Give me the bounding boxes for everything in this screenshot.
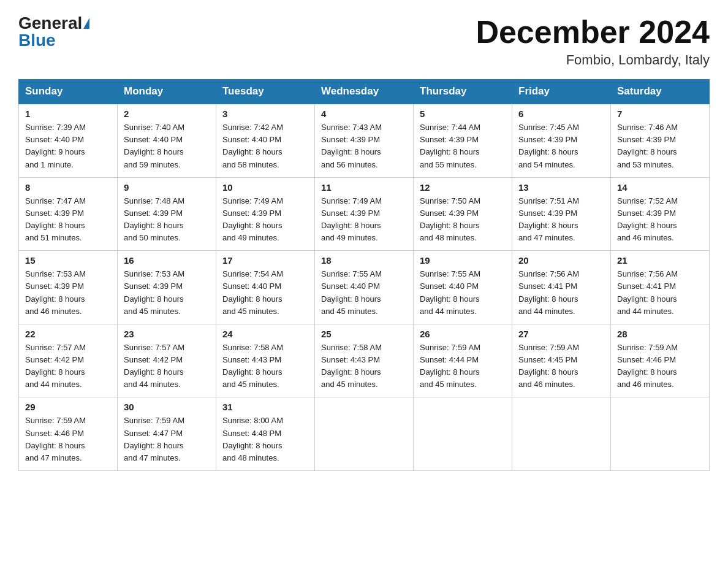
- day-number: 1: [25, 109, 111, 119]
- day-info: Sunrise: 7:58 AMSunset: 4:43 PMDaylight:…: [222, 342, 308, 391]
- calendar-cell: 13 Sunrise: 7:51 AMSunset: 4:39 PMDaylig…: [512, 177, 611, 251]
- day-info: Sunrise: 7:57 AMSunset: 4:42 PMDaylight:…: [25, 342, 111, 391]
- calendar-cell: [414, 397, 512, 471]
- calendar-cell: 5 Sunrise: 7:44 AMSunset: 4:39 PMDayligh…: [414, 104, 512, 177]
- calendar-week-row: 1 Sunrise: 7:39 AMSunset: 4:40 PMDayligh…: [19, 104, 710, 177]
- calendar-cell: 30 Sunrise: 7:59 AMSunset: 4:47 PMDaylig…: [118, 397, 216, 471]
- title-month: December 2024: [476, 15, 710, 50]
- day-number: 8: [25, 182, 111, 193]
- day-info: Sunrise: 7:59 AMSunset: 4:46 PMDaylight:…: [617, 342, 703, 391]
- day-info: Sunrise: 7:39 AMSunset: 4:40 PMDaylight:…: [25, 121, 111, 171]
- day-info: Sunrise: 7:49 AMSunset: 4:39 PMDaylight:…: [222, 195, 308, 245]
- calendar-cell: 1 Sunrise: 7:39 AMSunset: 4:40 PMDayligh…: [19, 104, 118, 177]
- day-number: 12: [420, 182, 506, 193]
- day-number: 7: [617, 109, 703, 119]
- calendar-cell: 24 Sunrise: 7:58 AMSunset: 4:43 PMDaylig…: [216, 324, 315, 397]
- day-number: 27: [518, 329, 604, 339]
- calendar-cell: [611, 397, 710, 471]
- day-info: Sunrise: 7:55 AMSunset: 4:40 PMDaylight:…: [420, 268, 506, 318]
- day-info: Sunrise: 7:43 AMSunset: 4:39 PMDaylight:…: [321, 121, 407, 171]
- logo-triangle-icon: [83, 18, 89, 29]
- day-number: 18: [321, 255, 407, 266]
- calendar-cell: 11 Sunrise: 7:49 AMSunset: 4:39 PMDaylig…: [315, 177, 414, 251]
- calendar-cell: 29 Sunrise: 7:59 AMSunset: 4:46 PMDaylig…: [19, 397, 118, 471]
- calendar-cell: 22 Sunrise: 7:57 AMSunset: 4:42 PMDaylig…: [19, 324, 118, 397]
- day-info: Sunrise: 7:59 AMSunset: 4:45 PMDaylight:…: [518, 342, 604, 391]
- day-info: Sunrise: 7:53 AMSunset: 4:39 PMDaylight:…: [25, 268, 111, 318]
- day-number: 29: [25, 402, 111, 412]
- day-number: 4: [321, 109, 407, 119]
- day-info: Sunrise: 7:52 AMSunset: 4:39 PMDaylight:…: [617, 195, 703, 245]
- col-sunday: Sunday: [19, 80, 118, 104]
- day-number: 2: [124, 109, 210, 119]
- day-number: 21: [617, 255, 703, 266]
- title-block: December 2024 Fombio, Lombardy, Italy: [476, 15, 710, 68]
- calendar-cell: 9 Sunrise: 7:48 AMSunset: 4:39 PMDayligh…: [118, 177, 216, 251]
- day-number: 26: [420, 329, 506, 339]
- day-info: Sunrise: 7:48 AMSunset: 4:39 PMDaylight:…: [124, 195, 210, 245]
- logo-general-text: General: [18, 15, 82, 32]
- calendar-cell: 20 Sunrise: 7:56 AMSunset: 4:41 PMDaylig…: [512, 251, 611, 324]
- calendar-cell: 10 Sunrise: 7:49 AMSunset: 4:39 PMDaylig…: [216, 177, 315, 251]
- day-info: Sunrise: 7:42 AMSunset: 4:40 PMDaylight:…: [222, 121, 308, 171]
- calendar-cell: [315, 397, 414, 471]
- calendar-week-row: 15 Sunrise: 7:53 AMSunset: 4:39 PMDaylig…: [19, 251, 710, 324]
- day-info: Sunrise: 7:45 AMSunset: 4:39 PMDaylight:…: [518, 121, 604, 171]
- col-monday: Monday: [118, 80, 216, 104]
- logo: General Blue: [18, 15, 89, 49]
- calendar-cell: 28 Sunrise: 7:59 AMSunset: 4:46 PMDaylig…: [611, 324, 710, 397]
- calendar-week-row: 22 Sunrise: 7:57 AMSunset: 4:42 PMDaylig…: [19, 324, 710, 397]
- day-number: 10: [222, 182, 308, 193]
- day-info: Sunrise: 7:59 AMSunset: 4:46 PMDaylight:…: [25, 415, 111, 464]
- day-number: 25: [321, 329, 407, 339]
- calendar-cell: 18 Sunrise: 7:55 AMSunset: 4:40 PMDaylig…: [315, 251, 414, 324]
- page: General Blue December 2024 Fombio, Lomba…: [0, 0, 728, 486]
- calendar-cell: 21 Sunrise: 7:56 AMSunset: 4:41 PMDaylig…: [611, 251, 710, 324]
- day-info: Sunrise: 7:50 AMSunset: 4:39 PMDaylight:…: [420, 195, 506, 245]
- calendar-cell: 31 Sunrise: 8:00 AMSunset: 4:48 PMDaylig…: [216, 397, 315, 471]
- day-number: 9: [124, 182, 210, 193]
- day-info: Sunrise: 8:00 AMSunset: 4:48 PMDaylight:…: [222, 415, 308, 464]
- day-number: 13: [518, 182, 604, 193]
- calendar-cell: 3 Sunrise: 7:42 AMSunset: 4:40 PMDayligh…: [216, 104, 315, 177]
- day-info: Sunrise: 7:49 AMSunset: 4:39 PMDaylight:…: [321, 195, 407, 245]
- calendar-cell: 19 Sunrise: 7:55 AMSunset: 4:40 PMDaylig…: [414, 251, 512, 324]
- calendar-cell: 26 Sunrise: 7:59 AMSunset: 4:44 PMDaylig…: [414, 324, 512, 397]
- day-info: Sunrise: 7:58 AMSunset: 4:43 PMDaylight:…: [321, 342, 407, 391]
- day-number: 31: [222, 402, 308, 412]
- calendar-cell: 12 Sunrise: 7:50 AMSunset: 4:39 PMDaylig…: [414, 177, 512, 251]
- calendar-cell: 14 Sunrise: 7:52 AMSunset: 4:39 PMDaylig…: [611, 177, 710, 251]
- col-saturday: Saturday: [611, 80, 710, 104]
- calendar-table: Sunday Monday Tuesday Wednesday Thursday…: [18, 79, 710, 471]
- day-number: 28: [617, 329, 703, 339]
- day-number: 20: [518, 255, 604, 266]
- calendar-cell: 27 Sunrise: 7:59 AMSunset: 4:45 PMDaylig…: [512, 324, 611, 397]
- day-number: 3: [222, 109, 308, 119]
- col-thursday: Thursday: [414, 80, 512, 104]
- day-info: Sunrise: 7:56 AMSunset: 4:41 PMDaylight:…: [617, 268, 703, 318]
- col-tuesday: Tuesday: [216, 80, 315, 104]
- day-info: Sunrise: 7:57 AMSunset: 4:42 PMDaylight:…: [124, 342, 210, 391]
- day-info: Sunrise: 7:53 AMSunset: 4:39 PMDaylight:…: [124, 268, 210, 318]
- day-number: 11: [321, 182, 407, 193]
- day-info: Sunrise: 7:44 AMSunset: 4:39 PMDaylight:…: [420, 121, 506, 171]
- calendar-cell: 23 Sunrise: 7:57 AMSunset: 4:42 PMDaylig…: [118, 324, 216, 397]
- day-number: 16: [124, 255, 210, 266]
- day-number: 14: [617, 182, 703, 193]
- calendar-cell: 4 Sunrise: 7:43 AMSunset: 4:39 PMDayligh…: [315, 104, 414, 177]
- logo-blue-text: Blue: [18, 32, 56, 49]
- calendar-cell: 7 Sunrise: 7:46 AMSunset: 4:39 PMDayligh…: [611, 104, 710, 177]
- day-info: Sunrise: 7:55 AMSunset: 4:40 PMDaylight:…: [321, 268, 407, 318]
- calendar-cell: 15 Sunrise: 7:53 AMSunset: 4:39 PMDaylig…: [19, 251, 118, 324]
- calendar-week-row: 8 Sunrise: 7:47 AMSunset: 4:39 PMDayligh…: [19, 177, 710, 251]
- day-number: 15: [25, 255, 111, 266]
- calendar-cell: [512, 397, 611, 471]
- col-wednesday: Wednesday: [315, 80, 414, 104]
- calendar-cell: 6 Sunrise: 7:45 AMSunset: 4:39 PMDayligh…: [512, 104, 611, 177]
- day-info: Sunrise: 7:59 AMSunset: 4:47 PMDaylight:…: [124, 415, 210, 464]
- col-friday: Friday: [512, 80, 611, 104]
- title-location: Fombio, Lombardy, Italy: [476, 52, 710, 68]
- day-info: Sunrise: 7:46 AMSunset: 4:39 PMDaylight:…: [617, 121, 703, 171]
- calendar-cell: 17 Sunrise: 7:54 AMSunset: 4:40 PMDaylig…: [216, 251, 315, 324]
- day-number: 19: [420, 255, 506, 266]
